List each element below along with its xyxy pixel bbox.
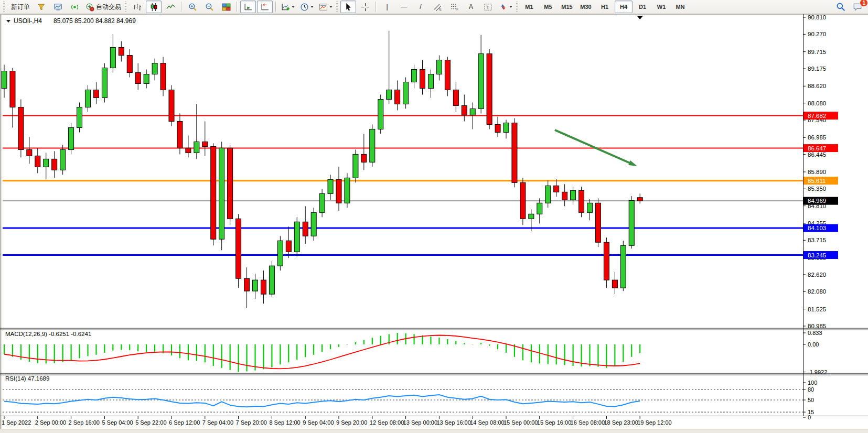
cursor-tool-button[interactable] [340,1,356,13]
tile-windows-button[interactable] [218,1,234,13]
candle [152,63,157,74]
chart-title-symbol: USOil-,H4 [14,17,42,25]
candle [127,56,132,73]
timeframe-label: W1 [657,4,666,10]
price-axis-label: 90.270 [808,31,826,37]
tab-timeframe-w1[interactable]: W1 [652,1,670,13]
bar-chart-button[interactable] [129,1,145,13]
fibonacci-tool[interactable]: F [446,1,462,13]
candle [35,156,40,167]
tab-timeframe-h1[interactable]: H1 [596,1,614,13]
label-tool[interactable]: T [480,1,496,13]
candle [353,154,358,178]
toolbar-grip[interactable] [125,2,126,12]
chat-button[interactable]: 1 [850,1,865,13]
candle [135,73,141,84]
periods-button[interactable] [298,1,316,13]
crosshair-icon [361,3,370,12]
channel-tool[interactable]: E [430,1,445,13]
signal-icon [70,3,79,12]
time-axis-label: 2 Sep 16:00 [69,419,100,426]
candle [453,90,458,105]
cursor-icon [344,3,353,12]
chart-title-ohlc: 85.075 85.200 84.882 84.969 [53,17,136,25]
zoom-in-button[interactable] [185,1,200,13]
horizontal-line-tool[interactable]: — [396,1,412,13]
time-axis-label: 7 Sep 04:00 [202,419,233,426]
toolbar-grip[interactable] [336,2,338,12]
toolbar-separator [181,2,182,12]
price-axis-label: 82.080 [808,288,826,295]
line-chart-icon [166,3,175,12]
candle [495,124,500,132]
auto-scroll-button[interactable] [240,1,256,13]
svg-text:T: T [486,4,489,10]
template-icon [319,3,328,12]
candle [604,242,609,280]
timeframe-label: H1 [601,4,608,10]
price-axis-label: 89.715 [808,49,826,55]
search-button[interactable] [833,1,849,13]
timeframe-label: H4 [620,4,627,10]
trendline-tool[interactable]: / [413,1,428,13]
arrows-tool[interactable] [497,1,515,13]
toolbar-grip[interactable] [3,2,5,12]
auto-trading-button[interactable]: 自动交易 [83,1,123,13]
tab-timeframe-mn[interactable]: MN [671,1,689,13]
zoom-out-button[interactable] [201,1,217,13]
time-axis-label: 7 Sep 20:00 [236,419,267,426]
macd-label: MACD(12,26,9) -0.6251 -0.6241 [5,331,91,337]
candle [420,70,425,89]
candle [253,280,258,291]
macd-axis-label: -1.9922 [808,369,827,375]
line-chart-button[interactable] [163,1,178,13]
price-axis-label: 88.620 [808,83,826,89]
tab-timeframe-m1[interactable]: M1 [520,1,538,13]
tab-timeframe-d1[interactable]: D1 [634,1,651,13]
price-axis-label: 82.620 [808,272,826,278]
candle [27,149,32,156]
candle [462,105,467,115]
candle [18,107,24,149]
candle [102,68,107,98]
crosshair-tool-button[interactable] [357,1,373,13]
arrows-tool-icon [499,3,508,12]
candle [211,146,216,239]
data-window-icon[interactable] [50,1,66,13]
chart-background [0,14,868,433]
candle [236,219,241,278]
price-axis-label: 83.715 [808,237,826,243]
time-axis-label: 9 Sep 04:00 [303,419,334,426]
indicators-icon [281,3,290,12]
new-order-label: 新订单 [11,3,30,12]
candle [412,70,417,82]
timeframe-label: M30 [580,4,591,10]
vertical-line-tool[interactable]: | [379,1,395,13]
candle [428,74,433,89]
price-badge-label: 87.682 [808,113,826,119]
tab-timeframe-m15[interactable]: M15 [558,1,576,13]
rsi-label: RSI(14) 47.1689 [5,375,49,382]
new-order-button[interactable]: 新订单 [7,1,32,13]
candle [378,99,383,129]
tab-timeframe-m30[interactable]: M30 [577,1,595,13]
candle [520,182,526,219]
toolbar-grip[interactable] [516,2,518,12]
macd-axis-label: 0.00 [808,341,819,348]
templates-button[interactable] [317,1,335,13]
price-axis-label: 86.445 [808,151,826,158]
signals-icon[interactable] [67,1,82,13]
tab-timeframe-m5[interactable]: M5 [539,1,557,13]
indicators-button[interactable] [279,1,297,13]
chart-window[interactable]: 90.81090.27089.71589.17588.62088.08087.5… [0,14,868,433]
chevron-down-icon [292,6,295,8]
timeframe-label: D1 [639,4,646,10]
market-watch-icon[interactable] [33,1,49,13]
notification-badge: 1 [860,0,868,7]
chart-shift-button[interactable] [257,1,273,13]
text-tool[interactable]: A [463,1,479,13]
tab-timeframe-h4[interactable]: H4 [615,1,633,13]
price-axis-label: 90.810 [808,14,826,20]
candlestick-chart-button[interactable] [146,1,162,13]
candle [470,109,475,115]
